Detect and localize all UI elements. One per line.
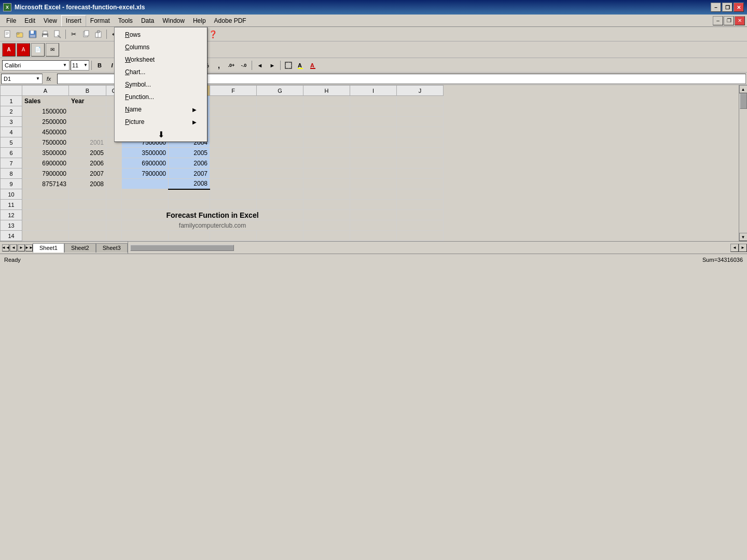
h-scroll-thumb[interactable] [130, 245, 234, 251]
cell-C9[interactable] [106, 179, 122, 189]
font-color-button[interactable]: A [308, 60, 319, 71]
menu-insert-symbol[interactable]: Symbol... [115, 78, 207, 91]
sheet-nav-prev[interactable]: ◄ [10, 244, 17, 251]
cell-D13[interactable]: familycomputerclub.com [122, 220, 303, 231]
comma-button[interactable]: , [213, 60, 225, 71]
cell-C14[interactable] [106, 231, 122, 241]
cell-J4[interactable] [397, 127, 444, 137]
font-dropdown-icon[interactable]: ▼ [63, 63, 67, 67]
cell-I6[interactable] [350, 148, 397, 158]
scroll-left-button[interactable]: ◄ [730, 244, 739, 252]
col-header-A[interactable]: A [22, 86, 69, 96]
cell-E10[interactable] [169, 189, 210, 200]
menu-window[interactable]: Window [158, 15, 189, 26]
paste-button[interactable] [93, 29, 104, 40]
cell-I9[interactable] [350, 179, 397, 189]
cell-C13[interactable] [106, 220, 122, 231]
restore-button[interactable]: ❐ [722, 3, 732, 12]
font-size-dropdown-icon[interactable]: ▼ [84, 63, 88, 67]
cell-A9[interactable]: 8757143 [22, 179, 69, 189]
cell-G14[interactable] [257, 231, 303, 241]
cell-H12[interactable] [303, 210, 350, 220]
cell-J3[interactable] [397, 117, 444, 127]
cell-A1[interactable]: Sales [22, 96, 69, 106]
cell-A11[interactable] [22, 200, 69, 210]
cell-A2[interactable]: 1500000 [22, 106, 69, 117]
cell-D8[interactable]: 7900000 [122, 169, 169, 179]
cell-J1[interactable] [397, 96, 444, 106]
cell-I13[interactable] [350, 220, 397, 231]
cell-G10[interactable] [257, 189, 303, 200]
menu-restore-btn[interactable]: ❐ [724, 16, 734, 25]
col-header-I[interactable]: I [350, 86, 397, 96]
cell-D10[interactable] [122, 189, 169, 200]
cell-A8[interactable]: 7900000 [22, 169, 69, 179]
cell-B6[interactable]: 2005 [69, 148, 106, 158]
cell-F4[interactable] [210, 127, 257, 137]
cell-B5[interactable]: 2001 [69, 137, 106, 148]
cell-H2[interactable] [303, 106, 350, 117]
cell-F5[interactable] [210, 137, 257, 148]
cell-F7[interactable] [210, 158, 257, 169]
cell-I14[interactable] [350, 231, 397, 241]
cell-J12[interactable] [397, 210, 444, 220]
cell-B13[interactable] [69, 220, 106, 231]
cell-I10[interactable] [350, 189, 397, 200]
cell-D9[interactable] [122, 179, 169, 189]
cell-E14[interactable] [169, 231, 210, 241]
cell-H3[interactable] [303, 117, 350, 127]
open-button[interactable] [15, 29, 26, 40]
cell-E6[interactable]: 2005 [169, 148, 210, 158]
cell-D6[interactable]: 3500000 [122, 148, 169, 158]
cell-E8[interactable]: 2007 [169, 169, 210, 179]
cell-H10[interactable] [303, 189, 350, 200]
cell-B9[interactable]: 2008 [69, 179, 106, 189]
cell-C6[interactable] [106, 148, 122, 158]
cell-G6[interactable] [257, 148, 303, 158]
horizontal-scroll[interactable]: ◄ ► [128, 242, 747, 254]
cell-J11[interactable] [397, 200, 444, 210]
cell-F11[interactable] [210, 200, 257, 210]
scroll-thumb[interactable] [740, 93, 747, 109]
font-size-box[interactable]: 11 ▼ [71, 60, 89, 71]
border-button[interactable] [283, 60, 294, 71]
menu-minimize-btn[interactable]: – [713, 16, 723, 25]
cell-J5[interactable] [397, 137, 444, 148]
cell-B14[interactable] [69, 231, 106, 241]
preview-button[interactable] [52, 29, 63, 40]
cell-G11[interactable] [257, 200, 303, 210]
cell-D7[interactable]: 6900000 [122, 158, 169, 169]
col-header-G[interactable]: G [257, 86, 303, 96]
sheet-tab-2[interactable]: Sheet2 [64, 243, 96, 253]
cell-H8[interactable] [303, 169, 350, 179]
cell-H7[interactable] [303, 158, 350, 169]
print-button[interactable] [39, 29, 51, 40]
cell-H1[interactable] [303, 96, 350, 106]
cell-H13[interactable] [303, 220, 350, 231]
menu-view[interactable]: View [39, 15, 61, 26]
cell-F3[interactable] [210, 117, 257, 127]
name-box[interactable]: D1 ▼ [1, 74, 43, 84]
menu-insert-more[interactable]: ⬇ [115, 128, 207, 141]
acrobat-btn-4[interactable]: ✉ [46, 43, 59, 57]
h-scroll-track[interactable]: ◄ ► [128, 244, 747, 252]
menu-insert-chart[interactable]: Chart... [115, 66, 207, 78]
cell-C11[interactable] [106, 200, 122, 210]
cell-J10[interactable] [397, 189, 444, 200]
save-button[interactable] [27, 29, 38, 40]
cell-E11[interactable] [169, 200, 210, 210]
sheet-nav-next[interactable]: ► [18, 244, 25, 251]
cell-J2[interactable] [397, 106, 444, 117]
cell-B7[interactable]: 2006 [69, 158, 106, 169]
bold-button[interactable]: B [94, 60, 105, 71]
cell-G1[interactable] [257, 96, 303, 106]
copy-button[interactable] [80, 29, 92, 40]
cell-A4[interactable]: 4500000 [22, 127, 69, 137]
cell-D11[interactable] [122, 200, 169, 210]
vertical-scrollbar[interactable]: ▲ ▼ [739, 85, 747, 241]
cell-C8[interactable] [106, 169, 122, 179]
cell-A10[interactable] [22, 189, 69, 200]
close-button[interactable]: ✕ [734, 3, 744, 12]
decimal-dec-button[interactable]: -.0 [238, 60, 250, 71]
cell-D14[interactable] [122, 231, 169, 241]
